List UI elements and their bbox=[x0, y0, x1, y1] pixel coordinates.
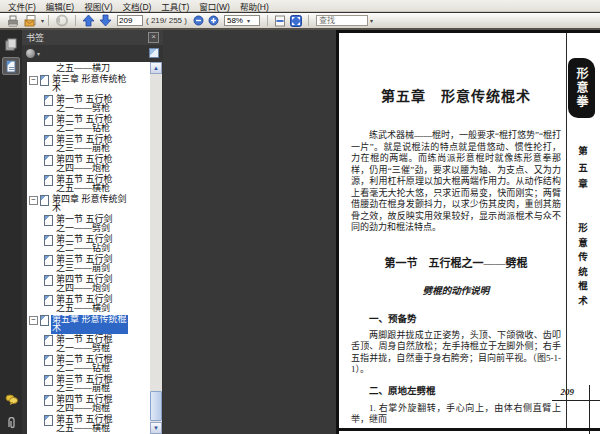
bookmark-item[interactable]: 第二节 五行剑 之二——钻剑 bbox=[44, 235, 148, 254]
bookmark-item[interactable]: −第四章 形意传统剑 术 bbox=[29, 195, 148, 214]
bookmark-label[interactable]: 第一节 五行棍 之一——劈棍 bbox=[55, 335, 114, 354]
options-menu-caret[interactable]: ▾ bbox=[37, 50, 40, 57]
numbered-heading-1: 一、预备势 bbox=[351, 311, 561, 325]
menu-item[interactable]: 工具(T) bbox=[156, 0, 194, 12]
page-border-bottom bbox=[339, 428, 600, 431]
previous-page-icon[interactable] bbox=[82, 14, 95, 27]
bookmark-label[interactable]: 第二节 五行剑 之二——钻剑 bbox=[55, 235, 114, 254]
bookmark-item[interactable]: −第五章 形意传统棍 术 bbox=[29, 315, 148, 334]
expander-minus-icon[interactable]: − bbox=[29, 196, 38, 205]
bookmark-label[interactable]: 第二节 五行棍 之二——钻棍 bbox=[55, 355, 114, 374]
bookmark-item[interactable]: 第三节 五行枪 之三——崩枪 bbox=[44, 135, 148, 154]
bookmark-page-icon bbox=[44, 95, 53, 106]
menu-item[interactable]: 文件(F) bbox=[3, 0, 41, 12]
next-page-icon[interactable] bbox=[99, 14, 112, 27]
footer-rule-horizontal bbox=[552, 400, 600, 401]
bookmark-item[interactable]: 之五——横刀 bbox=[55, 64, 148, 74]
page-count-label: ( 219/ 255 ) bbox=[146, 16, 187, 25]
expander-minus-icon[interactable]: − bbox=[29, 76, 38, 85]
bookmark-item[interactable]: −第三章 形意传统枪 术 bbox=[29, 75, 148, 94]
scroll-up-icon[interactable]: ▲ bbox=[150, 62, 162, 74]
bookmark-item[interactable]: 第三节 五行棍 之三——崩棍 bbox=[44, 375, 148, 394]
find-input[interactable] bbox=[316, 15, 368, 26]
menu-item[interactable]: 文档(D) bbox=[118, 0, 157, 12]
bookmark-label[interactable]: 第五节 五行棍 之五——横棍 bbox=[55, 415, 114, 434]
bookmark-label[interactable]: 第三节 五行剑 之三——崩剑 bbox=[55, 255, 114, 274]
bookmark-item[interactable]: 第五节 五行棍 之五——横棍 bbox=[44, 415, 148, 434]
bookmark-item[interactable]: 第二节 五行枪 之二——钻枪 bbox=[44, 115, 148, 134]
goto-current-bookmark-icon[interactable] bbox=[149, 48, 159, 58]
bookmark-label[interactable]: 第一节 五行枪 之一——劈枪 bbox=[55, 95, 114, 114]
bookmark-page-icon bbox=[44, 335, 53, 346]
pages-panel-icon[interactable] bbox=[2, 35, 20, 53]
bookmark-item[interactable]: 第四节 五行棍 之四——炮棍 bbox=[44, 395, 148, 414]
app-window: 文件(F)编辑(E)视图(V)文档(D)工具(T)窗口(W)帮助(H) ▾ ( … bbox=[0, 0, 600, 434]
bookmark-page-icon bbox=[44, 255, 53, 266]
bookmark-page-icon bbox=[44, 395, 53, 406]
bookmark-label[interactable]: 第五节 五行剑 之五——横剑 bbox=[55, 295, 114, 314]
bookmark-label[interactable]: 第四节 五行棍 之四——炮棍 bbox=[55, 395, 114, 414]
scrollbar-thumb[interactable] bbox=[150, 391, 162, 421]
section-title: 第一节 五行棍之一——劈棍 bbox=[351, 254, 561, 270]
scroll-down-icon[interactable]: ▼ bbox=[150, 422, 162, 434]
options-menu-icon[interactable] bbox=[26, 49, 35, 58]
bookmark-item[interactable]: 第四节 五行枪 之四——炮枪 bbox=[44, 155, 148, 174]
bookmark-page-icon bbox=[44, 135, 53, 146]
bookmark-page-icon bbox=[44, 215, 53, 226]
bookmark-item[interactable]: 第五节 五行枪 之五——横枪 bbox=[44, 175, 148, 194]
bookmark-label[interactable]: 第五节 五行枪 之五——横枪 bbox=[55, 175, 114, 194]
fullscreen-icon[interactable] bbox=[290, 15, 302, 27]
fit-width-icon[interactable] bbox=[274, 15, 286, 27]
close-panel-icon[interactable]: × bbox=[148, 32, 159, 43]
menu-item[interactable]: 编辑(E) bbox=[41, 0, 79, 12]
expander-minus-icon[interactable]: − bbox=[29, 316, 38, 325]
toolbar-separator bbox=[75, 15, 76, 26]
bookmark-item[interactable]: 第一节 五行剑 之一——劈剑 bbox=[44, 215, 148, 234]
bookmark-label[interactable]: 第二节 五行枪 之二——钻枪 bbox=[55, 115, 114, 134]
pdf-page: 第五章 形意传统棍术 练武术器械——棍时，一般要求“棍打悠势”“棍打一片”。就是… bbox=[336, 30, 600, 434]
bookmark-label[interactable]: 之五——横刀 bbox=[55, 64, 111, 74]
bookmark-page-icon bbox=[44, 375, 53, 386]
bookmark-label[interactable]: 第一节 五行剑 之一——劈剑 bbox=[55, 215, 114, 234]
comments-panel-icon[interactable] bbox=[2, 390, 20, 408]
zoom-in-icon[interactable] bbox=[208, 15, 219, 26]
bookmark-label[interactable]: 第五章 形意传统棍 术 bbox=[51, 315, 128, 334]
footer-rule-vertical bbox=[589, 385, 590, 434]
bookmark-item[interactable]: 第四节 五行剑 之四——炮剑 bbox=[44, 275, 148, 294]
bookmark-item[interactable]: 第一节 五行枪 之一——劈枪 bbox=[44, 95, 148, 114]
bookmark-label[interactable]: 第三章 形意传统枪 术 bbox=[51, 75, 128, 94]
bookmark-label[interactable]: 第四节 五行剑 之四——炮剑 bbox=[55, 275, 114, 294]
document-pane: 第五章 形意传统棍术 练武术器械——棍时，一般要求“棍打悠势”“棍打一片”。就是… bbox=[163, 30, 600, 434]
bookmark-item[interactable]: 第二节 五行棍 之二——钻棍 bbox=[44, 355, 148, 374]
bookmark-label[interactable]: 第四节 五行枪 之四——炮枪 bbox=[55, 155, 114, 174]
bookmark-page-icon bbox=[44, 235, 53, 246]
body-paragraph: 两脚跟并拢成立正姿势，头顶、下颌微收、齿叩舌顶、周身自然放松；左手持棍立于左脚外… bbox=[351, 330, 561, 376]
email-dropdown-caret[interactable]: ▾ bbox=[41, 17, 44, 24]
find-dropdown-caret[interactable]: ▾ bbox=[370, 17, 373, 24]
menu-item[interactable]: 视图(V) bbox=[79, 0, 117, 12]
attachments-panel-icon[interactable] bbox=[2, 414, 20, 432]
bookmark-label[interactable]: 第四章 形意传统剑 术 bbox=[51, 195, 128, 214]
page-number-input[interactable] bbox=[117, 15, 143, 26]
bookmark-page-icon bbox=[40, 75, 49, 86]
email-icon[interactable] bbox=[24, 15, 38, 27]
zoom-level-select[interactable]: 58% ▾ bbox=[224, 15, 260, 26]
bookmark-item[interactable]: 第五节 五行剑 之五——横剑 bbox=[44, 295, 148, 314]
numbered-heading-2: 二、原地左劈棍 bbox=[351, 383, 561, 397]
bookmark-label[interactable]: 第三节 五行枪 之三——崩枪 bbox=[55, 135, 114, 154]
menu-item[interactable]: 窗口(W) bbox=[194, 0, 235, 12]
bookmark-page-icon bbox=[44, 175, 53, 186]
bookmark-item[interactable]: 第一节 五行棍 之一——劈棍 bbox=[44, 335, 148, 354]
navigation-tab-strip bbox=[0, 30, 22, 434]
zoom-out-icon[interactable] bbox=[193, 15, 204, 26]
margin-chapter-label: 第五章 bbox=[575, 146, 589, 196]
bookmarks-panel-icon[interactable] bbox=[2, 57, 20, 75]
print-icon[interactable] bbox=[6, 15, 20, 27]
menu-item[interactable]: 帮助(H) bbox=[235, 0, 274, 12]
bookmark-tree-scrollbar[interactable]: ▲ ▼ bbox=[150, 62, 162, 434]
page-number: 209 bbox=[561, 387, 575, 397]
bookmark-item[interactable]: 第三节 五行剑 之三——崩剑 bbox=[44, 255, 148, 274]
toolbar-separator bbox=[308, 15, 309, 26]
bookmark-label[interactable]: 第三节 五行棍 之三——崩棍 bbox=[55, 375, 114, 394]
menu-bar: 文件(F)编辑(E)视图(V)文档(D)工具(T)窗口(W)帮助(H) bbox=[0, 0, 600, 12]
